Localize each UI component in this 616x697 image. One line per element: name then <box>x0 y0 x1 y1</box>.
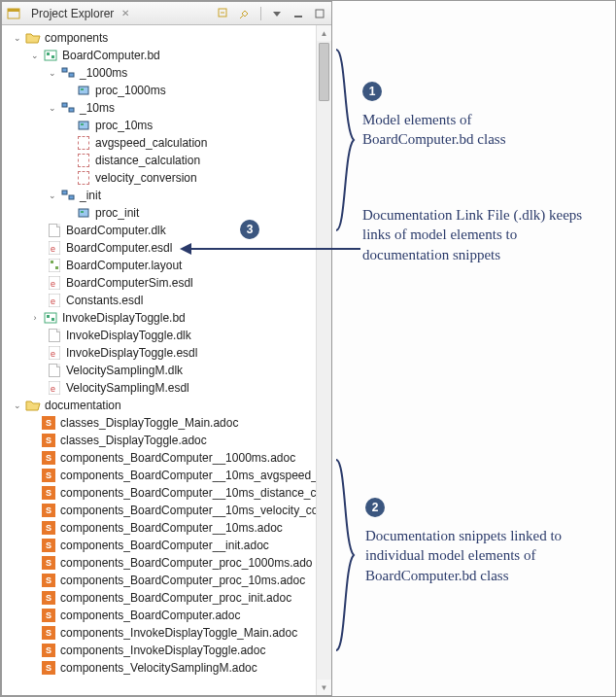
svg-rect-23 <box>49 259 60 272</box>
tree-label: components_BoardComputer.adoc <box>60 609 240 622</box>
brace-icon <box>334 48 356 232</box>
svg-rect-24 <box>51 261 53 263</box>
process-icon <box>76 83 91 98</box>
svg-rect-1 <box>8 9 19 12</box>
tree-item-velocity[interactable]: velocity_conversion <box>2 169 327 187</box>
tree-label: classes_DisplayToggle.adoc <box>60 434 207 447</box>
tree-label: BoardComputer.layout <box>66 259 182 272</box>
tree-item-distance[interactable]: distance_calculation <box>2 152 327 169</box>
tree-item-adoc[interactable]: Scomponents_BoardComputer__10ms_avgspeed… <box>2 467 327 484</box>
tree-label: components_BoardComputer__10ms_velocity_… <box>60 504 318 517</box>
tree-item-adoc[interactable]: Scomponents_BoardComputer.adoc <box>2 607 327 624</box>
adoc-file-icon: S <box>41 520 56 536</box>
tree-item[interactable]: e InvokeDisplayToggle.esdl <box>2 344 327 362</box>
adoc-file-icon: S <box>41 573 56 588</box>
view-title: Project Explorer <box>31 7 114 20</box>
tree-item-adoc[interactable]: Sclasses_DisplayToggle_Main.adoc <box>2 414 327 432</box>
dotted-file-icon <box>76 135 91 151</box>
tree-item-adoc[interactable]: Scomponents_BoardComputer__10ms_velocity… <box>2 502 327 519</box>
bd-file-icon <box>43 48 58 63</box>
adoc-file-icon: S <box>41 485 56 501</box>
tree-item[interactable]: e VelocitySamplingM.esdl <box>2 379 327 397</box>
tree-label: components_BoardComputer__10ms_distance_… <box>60 486 317 500</box>
svg-rect-20 <box>81 211 84 213</box>
tree-item-dlk[interactable]: BoardComputer.dlk <box>2 222 327 239</box>
vertical-scrollbar[interactable]: ▲ ▼ <box>316 25 331 695</box>
twisty-open-icon[interactable]: ⌄ <box>12 32 23 44</box>
scroll-up-icon[interactable]: ▲ <box>317 25 331 41</box>
folder-open-icon <box>25 30 41 46</box>
adoc-file-icon: S <box>41 503 56 518</box>
scroll-thumb[interactable] <box>319 43 329 101</box>
tree-label: BoardComputer.dlk <box>66 224 166 237</box>
tree-item-boardcomputer-bd[interactable]: ⌄ BoardComputer.bd <box>2 47 327 64</box>
process-icon <box>76 118 91 133</box>
twisty-open-icon[interactable]: ⌄ <box>29 50 41 61</box>
adoc-file-icon: S <box>41 433 56 448</box>
tree-item-adoc[interactable]: Scomponents_InvokeDisplayToggle.adoc <box>2 642 327 659</box>
tree-item-proc-10ms[interactable]: proc_10ms <box>2 117 327 134</box>
tree-item[interactable]: InvokeDisplayToggle.dlk <box>2 327 327 344</box>
svg-rect-25 <box>55 266 58 269</box>
collapse-all-icon[interactable] <box>216 6 231 21</box>
project-explorer-panel: Project Explorer ✕ ⌄ components ⌄ BoardC <box>1 1 332 696</box>
tree-label: VelocitySamplingM.dlk <box>66 364 183 377</box>
text-file-icon <box>47 328 62 343</box>
tree-item-adoc[interactable]: Scomponents_BoardComputer__10ms_distance… <box>2 484 327 502</box>
tree-label: distance_calculation <box>95 154 200 167</box>
adoc-file-icon: S <box>41 538 56 553</box>
svg-rect-8 <box>51 55 54 58</box>
tree-item-proc-init[interactable]: proc_init <box>2 204 327 222</box>
tree-item-adoc[interactable]: Sclasses_DisplayToggle.adoc <box>2 432 327 449</box>
scroll-down-icon[interactable]: ▼ <box>317 680 331 695</box>
view-toolbar <box>216 6 327 21</box>
view-menu-icon[interactable] <box>269 6 285 21</box>
dotted-file-icon <box>76 153 91 168</box>
tree-item-adoc[interactable]: Scomponents_BoardComputer__init.adoc <box>2 537 327 554</box>
tree-item-10ms[interactable]: ⌄ _10ms <box>2 99 327 117</box>
svg-text:e: e <box>51 244 55 254</box>
tree-folder-documentation[interactable]: ⌄ documentation <box>2 397 327 414</box>
minimize-icon[interactable] <box>291 6 306 21</box>
tree-item-init[interactable]: ⌄ _init <box>2 187 327 204</box>
adoc-file-icon: S <box>41 415 56 431</box>
tree-item-adoc[interactable]: Scomponents_VelocitySamplingM.adoc <box>2 659 327 677</box>
tree-item[interactable]: VelocitySamplingM.dlk <box>2 362 327 379</box>
twisty-open-icon[interactable]: ⌄ <box>47 102 58 114</box>
tree-item[interactable]: e BoardComputerSim.esdl <box>2 274 327 292</box>
esdl-file-icon: e <box>47 345 62 361</box>
tree-label: documentation <box>45 399 121 412</box>
adoc-file-icon: S <box>41 608 56 623</box>
tree-item-proc-1000ms[interactable]: proc_1000ms <box>2 82 327 99</box>
tree-label: components_BoardComputer_proc_10ms.adoc <box>60 574 305 587</box>
tree-item-adoc[interactable]: Scomponents_BoardComputer_proc_1000ms.ad… <box>2 554 327 572</box>
tree-item-avgspeed[interactable]: avgspeed_calculation <box>2 134 327 152</box>
close-view-icon[interactable]: ✕ <box>120 8 131 19</box>
maximize-icon[interactable] <box>312 6 327 21</box>
text-file-icon <box>47 363 62 378</box>
twisty-open-icon[interactable]: ⌄ <box>47 67 58 79</box>
twisty-open-icon[interactable]: ⌄ <box>12 400 23 411</box>
tree-folder-components[interactable]: ⌄ components <box>2 29 327 47</box>
tree-item[interactable]: › InvokeDisplayToggle.bd <box>2 309 327 327</box>
svg-rect-12 <box>81 88 84 90</box>
tree-item-adoc[interactable]: Scomponents_InvokeDisplayToggle_Main.ado… <box>2 624 327 642</box>
callout-badge: 2 <box>365 498 385 517</box>
tree-item-adoc[interactable]: Scomponents_BoardComputer__10ms.adoc <box>2 519 327 537</box>
link-editor-icon[interactable] <box>237 6 253 21</box>
tree-item[interactable]: BoardComputer.layout <box>2 257 327 274</box>
toolbar-separator <box>260 7 261 20</box>
tree-item-adoc[interactable]: Scomponents_BoardComputer__1000ms.adoc <box>2 449 327 467</box>
callout-3: 3 <box>240 219 259 239</box>
svg-text:e: e <box>51 296 55 306</box>
twisty-open-icon[interactable]: ⌄ <box>47 190 58 201</box>
svg-rect-5 <box>316 10 324 17</box>
tree-item-adoc[interactable]: Scomponents_BoardComputer_proc_10ms.adoc <box>2 572 327 589</box>
twisty-closed-icon[interactable]: › <box>29 312 41 324</box>
tree-item-adoc[interactable]: Scomponents_BoardComputer_proc_init.adoc <box>2 589 327 607</box>
tree-label: _10ms <box>80 101 115 115</box>
callout-2: 2 <box>365 497 385 517</box>
tree-item[interactable]: e Constants.esdl <box>2 292 327 309</box>
text-file-icon <box>47 223 62 238</box>
tree-item-1000ms[interactable]: ⌄ _1000ms <box>2 64 327 82</box>
